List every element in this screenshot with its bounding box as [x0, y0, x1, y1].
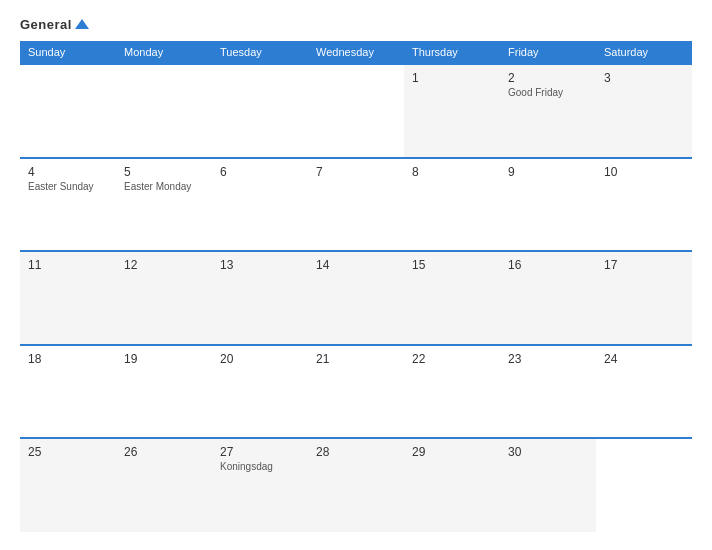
calendar-header: General — [20, 18, 692, 31]
day-number: 10 — [604, 165, 684, 179]
holiday-name: Easter Monday — [124, 181, 204, 192]
calendar-cell — [20, 64, 116, 158]
calendar-cell: 18 — [20, 345, 116, 439]
calendar-cell: 16 — [500, 251, 596, 345]
holiday-name: Koningsdag — [220, 461, 300, 472]
calendar-cell: 9 — [500, 158, 596, 252]
calendar-body: 12Good Friday34Easter Sunday5Easter Mond… — [20, 64, 692, 532]
calendar-table: SundayMondayTuesdayWednesdayThursdayFrid… — [20, 41, 692, 532]
calendar-cell: 8 — [404, 158, 500, 252]
calendar-cell: 14 — [308, 251, 404, 345]
calendar-cell: 24 — [596, 345, 692, 439]
calendar-cell: 11 — [20, 251, 116, 345]
calendar-cell: 20 — [212, 345, 308, 439]
holiday-name: Good Friday — [508, 87, 588, 98]
day-number: 28 — [316, 445, 396, 459]
day-number: 30 — [508, 445, 588, 459]
calendar-cell: 2Good Friday — [500, 64, 596, 158]
calendar-cell — [212, 64, 308, 158]
calendar-cell: 5Easter Monday — [116, 158, 212, 252]
calendar-week-row: 4Easter Sunday5Easter Monday678910 — [20, 158, 692, 252]
calendar-cell: 17 — [596, 251, 692, 345]
calendar-cell: 7 — [308, 158, 404, 252]
day-number: 13 — [220, 258, 300, 272]
day-number: 2 — [508, 71, 588, 85]
day-number: 22 — [412, 352, 492, 366]
calendar-week-row: 12Good Friday3 — [20, 64, 692, 158]
day-number: 25 — [28, 445, 108, 459]
calendar-cell: 27Koningsdag — [212, 438, 308, 532]
calendar-cell: 25 — [20, 438, 116, 532]
day-number: 4 — [28, 165, 108, 179]
day-number: 5 — [124, 165, 204, 179]
calendar-week-row: 11121314151617 — [20, 251, 692, 345]
day-number: 9 — [508, 165, 588, 179]
calendar-cell: 1 — [404, 64, 500, 158]
day-number: 14 — [316, 258, 396, 272]
weekday-header: Thursday — [404, 41, 500, 64]
day-number: 18 — [28, 352, 108, 366]
weekday-header: Saturday — [596, 41, 692, 64]
day-number: 12 — [124, 258, 204, 272]
calendar-cell — [596, 438, 692, 532]
calendar-cell — [116, 64, 212, 158]
day-number: 7 — [316, 165, 396, 179]
logo-general-text: General — [20, 18, 89, 31]
calendar-cell: 23 — [500, 345, 596, 439]
day-number: 23 — [508, 352, 588, 366]
calendar-cell: 12 — [116, 251, 212, 345]
calendar-cell: 28 — [308, 438, 404, 532]
calendar-week-row: 18192021222324 — [20, 345, 692, 439]
calendar-cell: 3 — [596, 64, 692, 158]
calendar-cell: 6 — [212, 158, 308, 252]
day-number: 16 — [508, 258, 588, 272]
calendar-cell: 13 — [212, 251, 308, 345]
calendar-cell: 10 — [596, 158, 692, 252]
calendar-cell: 15 — [404, 251, 500, 345]
day-number: 1 — [412, 71, 492, 85]
day-number: 27 — [220, 445, 300, 459]
day-number: 6 — [220, 165, 300, 179]
calendar-cell: 4Easter Sunday — [20, 158, 116, 252]
day-number: 26 — [124, 445, 204, 459]
logo-triangle-icon — [75, 19, 89, 29]
day-number: 17 — [604, 258, 684, 272]
weekday-header: Monday — [116, 41, 212, 64]
calendar-cell — [308, 64, 404, 158]
day-number: 3 — [604, 71, 684, 85]
day-number: 11 — [28, 258, 108, 272]
day-number: 21 — [316, 352, 396, 366]
day-number: 19 — [124, 352, 204, 366]
day-number: 24 — [604, 352, 684, 366]
weekday-header: Wednesday — [308, 41, 404, 64]
logo: General — [20, 18, 89, 31]
day-number: 20 — [220, 352, 300, 366]
calendar-cell: 19 — [116, 345, 212, 439]
holiday-name: Easter Sunday — [28, 181, 108, 192]
calendar-week-row: 252627Koningsdag282930 — [20, 438, 692, 532]
day-number: 8 — [412, 165, 492, 179]
day-number: 29 — [412, 445, 492, 459]
calendar-cell: 30 — [500, 438, 596, 532]
weekday-header: Sunday — [20, 41, 116, 64]
calendar-header-row: SundayMondayTuesdayWednesdayThursdayFrid… — [20, 41, 692, 64]
weekday-header: Friday — [500, 41, 596, 64]
day-number: 15 — [412, 258, 492, 272]
calendar-cell: 26 — [116, 438, 212, 532]
weekday-header: Tuesday — [212, 41, 308, 64]
calendar-cell: 21 — [308, 345, 404, 439]
calendar-cell: 29 — [404, 438, 500, 532]
calendar-cell: 22 — [404, 345, 500, 439]
